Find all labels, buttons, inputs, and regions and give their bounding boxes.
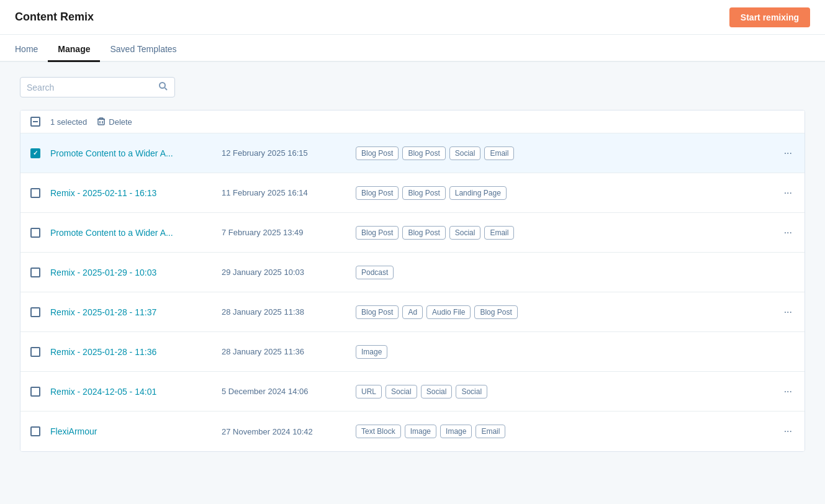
row-name[interactable]: FlexiArmour bbox=[50, 426, 212, 436]
row-name[interactable]: Promote Content to a Wider A... bbox=[50, 148, 212, 158]
row-tags: Text BlockImageImageEmail bbox=[356, 425, 772, 438]
output-tag: Ad bbox=[402, 305, 423, 319]
row-more-button[interactable]: ··· bbox=[782, 307, 795, 318]
row-more-button[interactable]: ··· bbox=[782, 386, 795, 397]
top-nav: Home Manage Saved Templates bbox=[0, 35, 825, 62]
search-icon bbox=[158, 81, 168, 93]
selected-count: 1 selected bbox=[50, 117, 87, 127]
row-tags: Blog PostBlog PostSocialEmail bbox=[356, 146, 772, 160]
table-toolbar: 1 selected Delete bbox=[20, 110, 805, 133]
row-checkbox[interactable] bbox=[30, 148, 40, 158]
output-tag: Image bbox=[440, 425, 472, 438]
source-tag: Text Block bbox=[356, 425, 401, 438]
row-checkbox[interactable] bbox=[30, 268, 40, 277]
row-tags: URLSocialSocialSocial bbox=[356, 385, 772, 398]
output-tag: Email bbox=[476, 425, 505, 438]
source-tag: URL bbox=[356, 385, 382, 398]
nav-home[interactable]: Home bbox=[15, 44, 48, 62]
row-date: 7 February 2025 13:49 bbox=[222, 228, 346, 237]
output-tag: Social bbox=[385, 385, 417, 398]
row-date: 28 January 2025 11:36 bbox=[222, 347, 346, 356]
row-date: 5 December 2024 14:06 bbox=[222, 387, 346, 396]
output-tag: Landing Page bbox=[449, 186, 507, 200]
row-checkbox[interactable] bbox=[30, 307, 40, 317]
row-date: 28 January 2025 11:38 bbox=[222, 307, 346, 317]
output-tag: Social bbox=[456, 385, 487, 398]
output-tag: Blog Post bbox=[402, 226, 445, 240]
row-checkbox[interactable] bbox=[30, 387, 40, 397]
remixes-table: 1 selected Delete Promote Content to a W… bbox=[20, 110, 805, 452]
row-name[interactable]: Promote Content to a Wider A... bbox=[50, 228, 212, 238]
row-name[interactable]: Remix - 2025-01-29 - 10:03 bbox=[50, 268, 212, 277]
row-tags: Blog PostBlog PostLanding Page bbox=[356, 186, 772, 200]
row-more-button[interactable]: ··· bbox=[782, 187, 795, 199]
row-tags: Podcast bbox=[356, 266, 795, 279]
output-tag: Blog Post bbox=[474, 305, 517, 319]
start-remixing-button[interactable]: Start remixing bbox=[729, 7, 810, 27]
row-checkbox[interactable] bbox=[30, 188, 40, 198]
app-title: Content Remix bbox=[15, 11, 94, 24]
table-body: Promote Content to a Wider A...12 Februa… bbox=[20, 133, 805, 451]
app-header: Content Remix Start remixing bbox=[0, 0, 825, 35]
table-row: FlexiArmour27 November 2024 10:42Text Bl… bbox=[20, 412, 805, 451]
row-name[interactable]: Remix - 2025-01-28 - 11:36 bbox=[50, 347, 212, 357]
row-name[interactable]: Remix - 2024-12-05 - 14:01 bbox=[50, 387, 212, 397]
trash-icon bbox=[97, 117, 106, 126]
search-bar bbox=[20, 77, 175, 97]
row-more-button[interactable]: ··· bbox=[782, 148, 795, 159]
output-tag: Blog Post bbox=[402, 146, 445, 160]
output-tag: Email bbox=[484, 146, 514, 160]
row-tags: Blog PostBlog PostSocialEmail bbox=[356, 226, 772, 240]
row-checkbox[interactable] bbox=[30, 426, 40, 436]
row-checkbox[interactable] bbox=[30, 228, 40, 238]
main-content: 1 selected Delete Promote Content to a W… bbox=[0, 62, 825, 467]
table-row: Remix - 2025-02-11 - 16:1311 February 20… bbox=[20, 173, 805, 213]
row-date: 12 February 2025 16:15 bbox=[222, 148, 346, 158]
search-input[interactable] bbox=[27, 83, 155, 92]
row-name[interactable]: Remix - 2025-01-28 - 11:37 bbox=[50, 307, 212, 317]
source-tag: Blog Post bbox=[356, 305, 399, 319]
source-tag: Image bbox=[356, 345, 387, 359]
source-tag: Blog Post bbox=[356, 146, 399, 160]
table-row: Remix - 2024-12-05 - 14:015 December 202… bbox=[20, 372, 805, 412]
source-tag: Blog Post bbox=[356, 186, 399, 200]
row-more-button[interactable]: ··· bbox=[782, 426, 795, 437]
delete-button[interactable]: Delete bbox=[97, 117, 132, 127]
row-tags: Blog PostAdAudio FileBlog Post bbox=[356, 305, 772, 319]
source-tag: Podcast bbox=[356, 266, 394, 279]
output-tag: Blog Post bbox=[402, 186, 445, 200]
row-date: 29 January 2025 10:03 bbox=[222, 268, 346, 277]
output-tag: Email bbox=[484, 226, 514, 240]
select-all-checkbox[interactable] bbox=[30, 117, 40, 127]
row-date: 11 February 2025 16:14 bbox=[222, 188, 346, 197]
output-tag: Social bbox=[449, 226, 481, 240]
table-row: Remix - 2025-01-29 - 10:0329 January 202… bbox=[20, 253, 805, 292]
source-tag: Blog Post bbox=[356, 226, 399, 240]
nav-manage[interactable]: Manage bbox=[48, 44, 100, 62]
nav-saved-templates[interactable]: Saved Templates bbox=[100, 44, 186, 62]
output-tag: Image bbox=[405, 425, 436, 438]
row-tags: Image bbox=[356, 345, 795, 359]
output-tag: Social bbox=[421, 385, 453, 398]
table-row: Promote Content to a Wider A...12 Februa… bbox=[20, 133, 805, 173]
svg-point-0 bbox=[160, 83, 165, 88]
row-checkbox[interactable] bbox=[30, 347, 40, 357]
output-tag: Social bbox=[449, 146, 481, 160]
svg-rect-2 bbox=[98, 119, 104, 125]
output-tag: Audio File bbox=[426, 305, 471, 319]
table-row: Remix - 2025-01-28 - 11:3728 January 202… bbox=[20, 292, 805, 332]
table-row: Promote Content to a Wider A...7 Februar… bbox=[20, 213, 805, 253]
row-date: 27 November 2024 10:42 bbox=[222, 427, 346, 436]
table-row: Remix - 2025-01-28 - 11:3628 January 202… bbox=[20, 332, 805, 372]
row-name[interactable]: Remix - 2025-02-11 - 16:13 bbox=[50, 188, 212, 198]
svg-line-1 bbox=[165, 88, 168, 91]
row-more-button[interactable]: ··· bbox=[782, 227, 795, 238]
